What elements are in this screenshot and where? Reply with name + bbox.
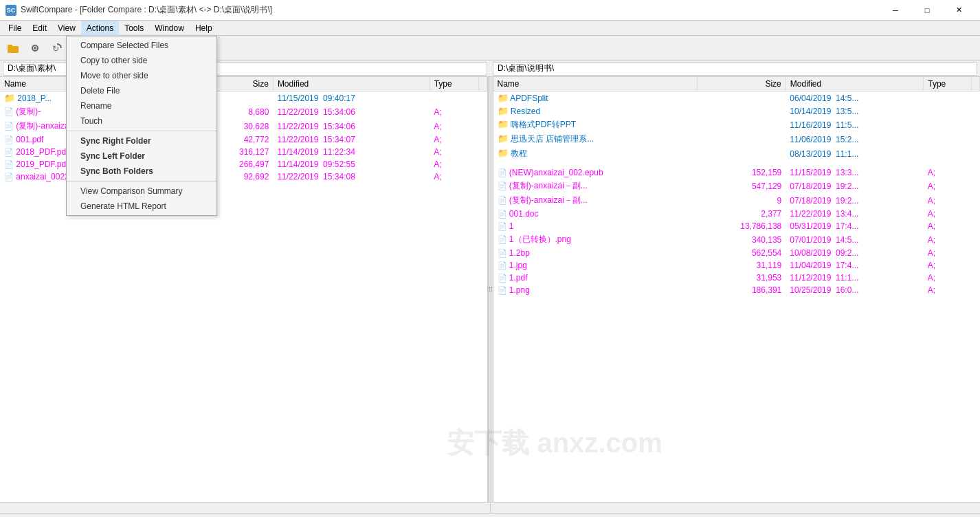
pane-divider[interactable]: ⠿	[488, 77, 493, 502]
right-table-header: Name Size Modified Type	[493, 77, 980, 91]
maximize-button[interactable]: □	[911, 0, 943, 21]
right-folder-row[interactable]: 📁 APDFSplit 06/04/2019 14:5...	[493, 91, 980, 105]
actions-dropdown: Compare Selected Files Copy to other sid…	[66, 36, 217, 216]
menu-sync-left[interactable]: Sync Left Folder	[67, 148, 216, 164]
folder-icon: 📁	[4, 93, 15, 103]
right-file-row[interactable]: 📄 1.jpg 31,119 11/04/2019 17:4... A;	[493, 259, 980, 272]
file-icon: 📄	[4, 148, 14, 156]
folder-type	[924, 118, 972, 132]
file-modified: 11/04/2019 17:4...	[786, 259, 923, 272]
right-file-row[interactable]: 📄 1.pdf 31,953 11/12/2019 11:1... A;	[493, 272, 980, 284]
file-size: 186,391	[697, 284, 786, 296]
file-type: A;	[924, 272, 972, 284]
file-modified: 11/22/2019 15:34:06	[273, 119, 430, 133]
menu-touch[interactable]: Touch	[67, 113, 216, 129]
file-modified: 11/22/2019 15:34:06	[273, 104, 430, 119]
menu-delete-file[interactable]: Delete File	[67, 83, 216, 98]
file-type: A;	[924, 179, 972, 193]
folder-type	[924, 91, 972, 105]
file-size: 547,129	[697, 179, 786, 193]
right-folder-row[interactable]: 📁 教程 08/13/2019 11:1...	[493, 146, 980, 161]
title-bar: SC SwiftCompare - [Folder Compare : D:\桌…	[0, 0, 980, 21]
folder-name: 📁 思迅天店 店铺管理系...	[493, 132, 698, 146]
folder-type	[924, 104, 972, 118]
right-file-row[interactable]: 📄 (复制)-anxaizai－副... 9 07/18/2019 19:2..…	[493, 193, 980, 208]
file-icon: 📄	[4, 160, 14, 168]
close-button[interactable]: ✕	[943, 0, 975, 21]
file-type: A;	[924, 166, 972, 179]
file-size: 2,377	[697, 208, 786, 220]
menu-view-summary[interactable]: View Comparison Summary	[67, 184, 216, 199]
file-size: 31,119	[697, 259, 786, 272]
file-size: 152,159	[697, 166, 786, 179]
right-file-row[interactable]: 📄 1.png 186,391 10/25/2019 16:0... A;	[493, 284, 980, 296]
menu-sync-both[interactable]: Sync Both Folders	[67, 164, 216, 179]
menu-compare-files[interactable]: Compare Selected Files	[67, 38, 216, 53]
menu-help[interactable]: Help	[190, 21, 218, 36]
file-icon: 📄	[4, 173, 14, 181]
menu-view[interactable]: View	[52, 21, 81, 36]
file-icon: 📄	[4, 135, 14, 144]
file-icon: 📄	[498, 196, 507, 204]
left-col-modified[interactable]: Modified	[273, 77, 430, 91]
right-col-type[interactable]: Type	[924, 77, 972, 91]
folder-name: 📁 嗨格式PDF转PPT	[493, 118, 698, 132]
menu-html-report[interactable]: Generate HTML Report	[67, 199, 216, 214]
folder-icon: 📁	[498, 106, 509, 116]
right-folder-row[interactable]: 📁 Resized 10/14/2019 13:5...	[493, 104, 980, 118]
file-name: 📄 1.jpg	[493, 259, 698, 272]
right-folder-row[interactable]: 📁 嗨格式PDF转PPT 11/16/2019 11:5...	[493, 118, 980, 132]
separator-2	[67, 181, 216, 182]
menu-sync-right[interactable]: Sync Right Folder	[67, 133, 216, 148]
right-folder-row[interactable]: 📁 思迅天店 店铺管理系... 11/06/2019 15:2...	[493, 132, 980, 146]
right-file-row[interactable]: 📄 (复制)-anxaizai－副... 547,129 07/18/2019 …	[493, 179, 980, 193]
folder-name: 📁 Resized	[493, 104, 698, 118]
left-scrollbar[interactable]	[0, 503, 491, 513]
file-modified: 07/18/2019 19:2...	[786, 193, 923, 208]
right-file-row[interactable]: 📄 1.2bp 562,554 10/08/2019 09:2... A;	[493, 247, 980, 259]
right-col-size[interactable]: Size	[697, 77, 786, 91]
file-icon: 📄	[4, 107, 14, 116]
file-size: 9	[697, 193, 786, 208]
minimize-button[interactable]: ─	[880, 0, 911, 21]
file-icon: 📄	[498, 249, 507, 257]
right-file-row[interactable]: 📄 001.doc 2,377 11/22/2019 13:4... A;	[493, 208, 980, 220]
menu-tools[interactable]: Tools	[119, 21, 149, 36]
menu-window[interactable]: Window	[149, 21, 190, 36]
file-type: A;	[924, 232, 972, 247]
file-name: 📄 (复制)-anxaizai－副...	[493, 179, 698, 193]
app-icon: SC	[5, 5, 16, 16]
file-icon: 📄	[4, 122, 14, 130]
menu-rename[interactable]: Rename	[67, 98, 216, 113]
menu-move-other[interactable]: Move to other side	[67, 68, 216, 83]
file-modified: 10/25/2019 16:0...	[786, 284, 923, 296]
menu-file[interactable]: File	[3, 21, 27, 36]
right-file-row[interactable]: 📄 (NEW)anxaizai_002.epub 152,159 11/15/2…	[493, 166, 980, 179]
svg-rect-1	[8, 45, 12, 47]
toolbar-refresh-btn[interactable]: ↻	[47, 38, 67, 58]
right-scrollbar[interactable]	[491, 503, 981, 513]
file-icon: 📄	[498, 182, 507, 190]
right-file-row[interactable]: 📄 1（已转换）.png 340,135 07/01/2019 14:5... …	[493, 232, 980, 247]
menu-bar: File Edit View Actions Tools Window Help…	[0, 21, 980, 36]
folder-modified: 08/13/2019 11:1...	[786, 146, 923, 161]
right-pane[interactable]: Name Size Modified Type 📁 APDFSplit 06/0…	[493, 77, 981, 502]
right-col-modified[interactable]: Modified	[786, 77, 923, 91]
divider-handle: ⠿	[488, 286, 493, 294]
toolbar-open-btn[interactable]	[3, 38, 23, 58]
right-col-name[interactable]: Name	[493, 77, 698, 91]
menu-edit[interactable]: Edit	[27, 21, 52, 36]
folder-size	[697, 146, 786, 161]
file-type: A;	[924, 247, 972, 259]
menu-actions[interactable]: Actions	[81, 21, 119, 36]
right-file-row[interactable]: 📄 1 13,786,138 05/31/2019 17:4... A;	[493, 220, 980, 232]
folder-size	[697, 91, 786, 105]
file-modified: 11/22/2019 13:4...	[786, 208, 923, 220]
right-path-input[interactable]	[493, 62, 977, 76]
left-col-type[interactable]: Type	[430, 77, 478, 91]
file-size: 31,953	[697, 272, 786, 284]
file-type	[430, 91, 478, 105]
file-type: A;	[430, 119, 478, 133]
toolbar-settings-btn[interactable]	[25, 38, 45, 58]
menu-copy-other[interactable]: Copy to other side	[67, 53, 216, 68]
